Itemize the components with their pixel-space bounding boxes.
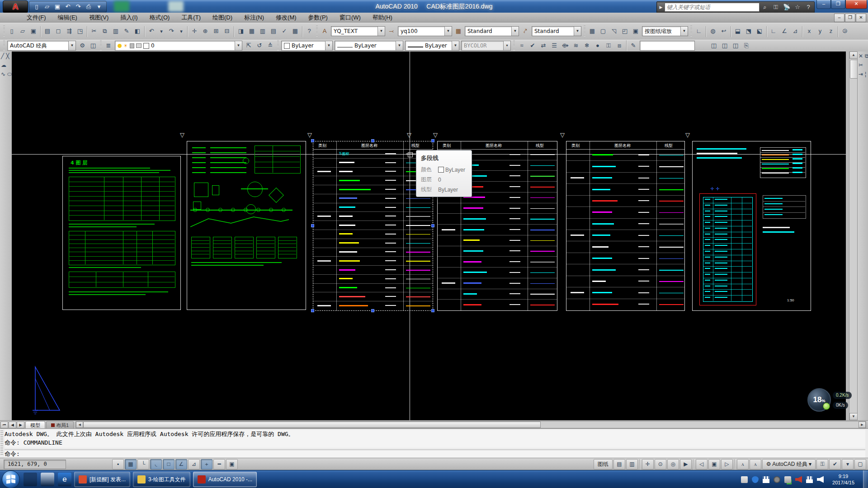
- menu-item-4[interactable]: 插入(I): [114, 13, 143, 23]
- drawing-entity[interactable]: [463, 261, 481, 263]
- drawing-entity[interactable]: [463, 250, 483, 252]
- drawing-entity[interactable]: [763, 201, 805, 202]
- drawing-entity[interactable]: [592, 235, 610, 236]
- drawing-entity[interactable]: [509, 165, 520, 166]
- drawing-entity[interactable]: [638, 200, 649, 201]
- command-input[interactable]: 命令:: [5, 450, 865, 458]
- drawing-entity[interactable]: [210, 152, 246, 153]
- selection-grip[interactable]: [371, 309, 374, 312]
- help-icon[interactable]: ?: [304, 26, 315, 37]
- drawing-entity[interactable]: [212, 185, 219, 195]
- drawing-entity[interactable]: [69, 224, 155, 225]
- line-icon[interactable]: ╱: [1, 53, 4, 59]
- drawing-entity[interactable]: [566, 206, 684, 207]
- ucs-y-icon[interactable]: y: [815, 26, 826, 37]
- drawing-entity[interactable]: [69, 182, 175, 182]
- drawing-entity[interactable]: [339, 269, 355, 271]
- drawing-entity[interactable]: [509, 229, 520, 230]
- drawing-entity[interactable]: [278, 247, 296, 248]
- drawing-entity[interactable]: [509, 218, 520, 219]
- revcloud-icon[interactable]: ☁: [1, 62, 6, 68]
- drawing-entity[interactable]: [339, 171, 353, 172]
- selection-grip[interactable]: [431, 139, 434, 142]
- workspace-combo[interactable]: AutoCAD 经典▼: [7, 41, 76, 51]
- drawing-entity[interactable]: [509, 154, 520, 155]
- drawing-entity[interactable]: [659, 189, 684, 190]
- drawing-entity[interactable]: [339, 296, 365, 297]
- drawing-entity[interactable]: [731, 197, 731, 301]
- ucs-view-icon[interactable]: ⬕: [754, 26, 765, 37]
- drawing-entity[interactable]: [530, 262, 555, 263]
- drawing-entity[interactable]: [715, 211, 727, 211]
- layer-walk-icon[interactable]: ☰: [549, 40, 560, 51]
- drawing-entity[interactable]: [278, 251, 296, 251]
- drawing-entity[interactable]: [638, 269, 649, 270]
- drawing-entity[interactable]: [530, 187, 555, 188]
- toolbar-grip[interactable]: [690, 26, 692, 37]
- drawing-entity[interactable]: [255, 167, 300, 168]
- drawing-entity[interactable]: [255, 162, 300, 162]
- wireless-icon[interactable]: [806, 476, 813, 483]
- drawing-entity[interactable]: [762, 173, 789, 174]
- menu-item-5[interactable]: 格式(O): [144, 13, 176, 23]
- drawing-entity[interactable]: [339, 260, 360, 262]
- drawing-entity[interactable]: [437, 149, 557, 150]
- drawing-entity[interactable]: [566, 230, 684, 230]
- mleader-style-icon[interactable]: ⤤: [520, 26, 531, 37]
- drawing-entity[interactable]: [406, 305, 430, 306]
- menu-item-11[interactable]: 窗口(W): [334, 13, 367, 23]
- drawing-entity[interactable]: [530, 230, 555, 230]
- drawing-entity[interactable]: [385, 287, 396, 288]
- drawing-entity[interactable]: [403, 141, 404, 311]
- start-button[interactable]: [2, 470, 20, 488]
- menu-item-10[interactable]: 参数(P): [302, 13, 334, 23]
- drawing-entity[interactable]: [530, 208, 555, 209]
- drawing-entity[interactable]: [638, 155, 649, 155]
- lineweight-combo[interactable]: ByLayer▼: [405, 41, 459, 51]
- menu-item-2[interactable]: 编辑(E): [52, 13, 83, 23]
- drawing-entity[interactable]: [244, 208, 248, 212]
- drawing-entity[interactable]: [463, 293, 477, 295]
- drawing-entity[interactable]: [703, 289, 752, 290]
- save-icon[interactable]: ▣: [28, 26, 39, 37]
- dim-style-icon[interactable]: ⤙: [386, 26, 397, 37]
- network-signal-icon[interactable]: [763, 476, 769, 483]
- drawing-entity[interactable]: [282, 208, 286, 212]
- drawing-entity[interactable]: [793, 158, 802, 160]
- drawing-entity[interactable]: [69, 215, 175, 216]
- single-viewport-icon[interactable]: ▢: [598, 26, 609, 37]
- drawing-entity[interactable]: [764, 214, 783, 215]
- drawing-entity[interactable]: [509, 272, 520, 273]
- ucs-icon[interactable]: ∟: [693, 26, 704, 37]
- drawing-entity[interactable]: [385, 225, 396, 225]
- drawing-entity[interactable]: [385, 162, 396, 163]
- drawing-entity[interactable]: [509, 240, 520, 241]
- drawing-entity[interactable]: [191, 251, 209, 251]
- tab-next-icon[interactable]: ▶: [17, 422, 24, 428]
- usb-device-icon[interactable]: [784, 476, 791, 483]
- drawing-entity[interactable]: [530, 283, 555, 284]
- drawing-entity[interactable]: [336, 141, 337, 311]
- zoom-window-icon[interactable]: ⊞: [211, 26, 222, 37]
- selection-grip[interactable]: [431, 309, 434, 312]
- drawing-entity[interactable]: [385, 278, 396, 279]
- drawing-entity[interactable]: [385, 269, 396, 270]
- toolbar-grip[interactable]: [316, 26, 318, 37]
- drawing-entity[interactable]: [638, 223, 649, 224]
- menu-item-1[interactable]: 文件(F): [21, 13, 52, 23]
- copy-icon[interactable]: ⧉: [865, 53, 868, 59]
- drawing-entity[interactable]: [703, 284, 752, 284]
- ucs-apply-icon[interactable]: ⧁: [840, 26, 850, 37]
- text-style-combo[interactable]: YQ_TEXT▼: [331, 26, 385, 36]
- drawing-entity[interactable]: [206, 208, 210, 212]
- selection-grip[interactable]: [371, 139, 374, 142]
- drawing-entity[interactable]: [278, 244, 296, 244]
- drawing-entity[interactable]: [442, 229, 455, 230]
- drawing-entity[interactable]: ✛: [710, 186, 714, 191]
- drawing-entity[interactable]: [148, 272, 148, 287]
- zoom-icon[interactable]: ⊙: [655, 459, 666, 469]
- ucs-zaxis-icon[interactable]: ∠: [779, 26, 790, 37]
- drawing-entity[interactable]: [69, 186, 175, 187]
- drawing-entity[interactable]: [192, 167, 206, 168]
- drawing-entity[interactable]: [313, 239, 433, 239]
